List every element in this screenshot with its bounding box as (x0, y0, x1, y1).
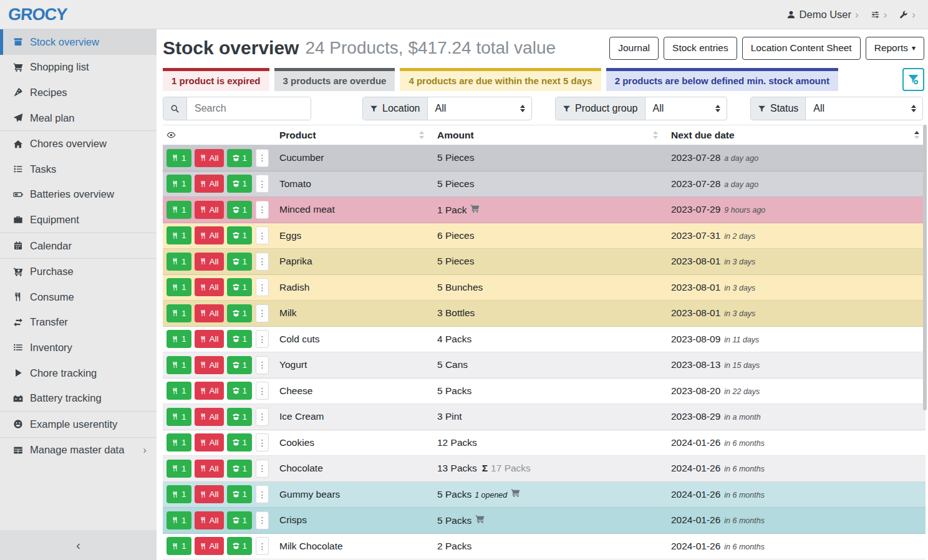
status-pill-due-within-the-next-5-days[interactable]: 4 products are due within the next 5 day… (400, 68, 601, 91)
consume-one-button[interactable]: 1 (167, 304, 191, 322)
row-more-button[interactable]: ⋮ (256, 278, 269, 296)
row-more-button[interactable]: ⋮ (256, 511, 269, 529)
consume-all-button[interactable]: All (195, 382, 224, 400)
row-more-button[interactable]: ⋮ (256, 330, 269, 348)
journal-button[interactable]: Journal (609, 37, 659, 60)
consume-one-button[interactable]: 1 (167, 356, 191, 374)
sidebar-item-chores-overview[interactable]: Chores overview (0, 131, 157, 157)
consume-all-button[interactable]: All (195, 175, 224, 193)
sidebar-item-purchase[interactable]: Purchase (0, 259, 157, 284)
row-more-button[interactable]: ⋮ (256, 408, 269, 426)
sidebar-item-consume[interactable]: Consume (0, 284, 157, 310)
open-one-button[interactable]: 1 (227, 304, 253, 322)
sidebar-item-calendar[interactable]: Calendar (0, 233, 157, 259)
consume-all-button[interactable]: All (195, 485, 224, 503)
consume-one-button[interactable]: 1 (167, 253, 191, 271)
open-one-button[interactable]: 1 (227, 278, 253, 296)
consume-one-button[interactable]: 1 (167, 485, 191, 503)
row-more-button[interactable]: ⋮ (256, 226, 269, 244)
consume-one-button[interactable]: 1 (167, 149, 191, 167)
sidebar-collapse-button[interactable]: ‹ (0, 530, 157, 560)
open-one-button[interactable]: 1 (227, 485, 253, 503)
consume-one-button[interactable]: 1 (167, 511, 191, 529)
consume-all-button[interactable]: All (195, 201, 224, 219)
status-pill-below-defined-min-stock-amount[interactable]: 2 products are below defined min. stock … (606, 68, 838, 91)
open-one-button[interactable]: 1 (227, 226, 253, 244)
status-select[interactable]: All (806, 97, 922, 120)
consume-all-button[interactable]: All (195, 330, 224, 348)
consume-all-button[interactable]: All (195, 408, 224, 426)
row-more-button[interactable]: ⋮ (256, 433, 269, 451)
consume-all-button[interactable]: All (195, 356, 224, 374)
row-more-button[interactable]: ⋮ (256, 253, 269, 271)
column-header-next-due-date[interactable]: Next due date (664, 130, 926, 141)
open-one-button[interactable]: 1 (227, 460, 253, 478)
reports-dropdown-button[interactable]: Reports▾ (866, 37, 924, 60)
location-content-sheet-button[interactable]: Location Content Sheet (742, 37, 861, 60)
row-more-button[interactable]: ⋮ (256, 485, 269, 503)
consume-one-button[interactable]: 1 (167, 278, 191, 296)
sidebar-item-chore-tracking[interactable]: Chore tracking (0, 360, 157, 386)
open-one-button[interactable]: 1 (227, 433, 253, 451)
consume-one-button[interactable]: 1 (167, 460, 191, 478)
row-more-button[interactable]: ⋮ (256, 201, 269, 219)
row-more-button[interactable]: ⋮ (256, 460, 269, 478)
open-one-button[interactable]: 1 (227, 330, 253, 348)
sidebar-item-inventory[interactable]: Inventory (0, 335, 157, 360)
consume-one-button[interactable]: 1 (167, 175, 191, 193)
open-one-button[interactable]: 1 (227, 537, 253, 555)
row-more-button[interactable]: ⋮ (256, 537, 269, 555)
row-more-button[interactable]: ⋮ (256, 382, 269, 400)
open-one-button[interactable]: 1 (227, 201, 253, 219)
open-one-button[interactable]: 1 (227, 149, 253, 167)
vertical-scrollbar[interactable] (923, 125, 927, 410)
admin-menu[interactable]: › (895, 7, 919, 22)
row-more-button[interactable]: ⋮ (256, 356, 269, 374)
location-select[interactable]: All (428, 97, 532, 120)
sidebar-item-recipes[interactable]: Recipes (0, 80, 157, 105)
consume-one-button[interactable]: 1 (167, 433, 191, 451)
search-input[interactable] (187, 97, 311, 120)
status-pill-1-product-is-expired[interactable]: 1 product is expired (163, 68, 269, 91)
sidebar-item-battery-tracking[interactable]: Battery tracking (0, 385, 157, 411)
consume-all-button[interactable]: All (195, 149, 224, 167)
sidebar-item-transfer[interactable]: Transfer (0, 310, 157, 336)
sidebar-item-manage-master-data[interactable]: Manage master data› (0, 438, 157, 463)
sidebar-item-example-userentity[interactable]: Example userentity (0, 412, 157, 437)
open-one-button[interactable]: 1 (227, 382, 253, 400)
consume-all-button[interactable]: All (195, 226, 224, 244)
user-menu[interactable]: Demo User › (783, 6, 863, 23)
row-more-button[interactable]: ⋮ (256, 304, 269, 322)
grocy-logo[interactable]: GROCY (7, 5, 67, 24)
consume-all-button[interactable]: All (195, 433, 224, 451)
column-header-product[interactable]: Product (274, 130, 430, 141)
open-one-button[interactable]: 1 (227, 175, 253, 193)
open-one-button[interactable]: 1 (227, 408, 253, 426)
status-pill-overdue[interactable]: 3 products are overdue (274, 68, 395, 91)
clear-filters-button[interactable] (902, 68, 924, 91)
consume-one-button[interactable]: 1 (167, 382, 191, 400)
open-one-button[interactable]: 1 (227, 356, 253, 374)
stock-entries-button[interactable]: Stock entries (664, 37, 737, 60)
consume-all-button[interactable]: All (195, 304, 224, 322)
settings-menu[interactable]: › (867, 7, 891, 22)
consume-all-button[interactable]: All (195, 511, 224, 529)
consume-one-button[interactable]: 1 (167, 201, 191, 219)
consume-one-button[interactable]: 1 (167, 330, 191, 348)
open-one-button[interactable]: 1 (227, 511, 253, 529)
row-more-button[interactable]: ⋮ (256, 175, 269, 193)
column-header-amount[interactable]: Amount (430, 130, 664, 141)
open-one-button[interactable]: 1 (227, 253, 253, 271)
sidebar-item-batteries-overview[interactable]: Batteries overview (0, 182, 157, 208)
consume-one-button[interactable]: 1 (167, 537, 191, 555)
sidebar-item-stock-overview[interactable]: Stock overview (0, 29, 157, 55)
consume-one-button[interactable]: 1 (167, 408, 191, 426)
product-group-select[interactable]: All (645, 97, 727, 120)
sidebar-item-shopping-list[interactable]: Shopping list (0, 55, 157, 80)
consume-all-button[interactable]: All (195, 537, 224, 555)
consume-all-button[interactable]: All (195, 460, 224, 478)
consume-one-button[interactable]: 1 (167, 226, 191, 244)
consume-all-button[interactable]: All (195, 278, 224, 296)
sidebar-item-tasks[interactable]: Tasks (0, 157, 157, 182)
row-more-button[interactable]: ⋮ (256, 149, 269, 167)
